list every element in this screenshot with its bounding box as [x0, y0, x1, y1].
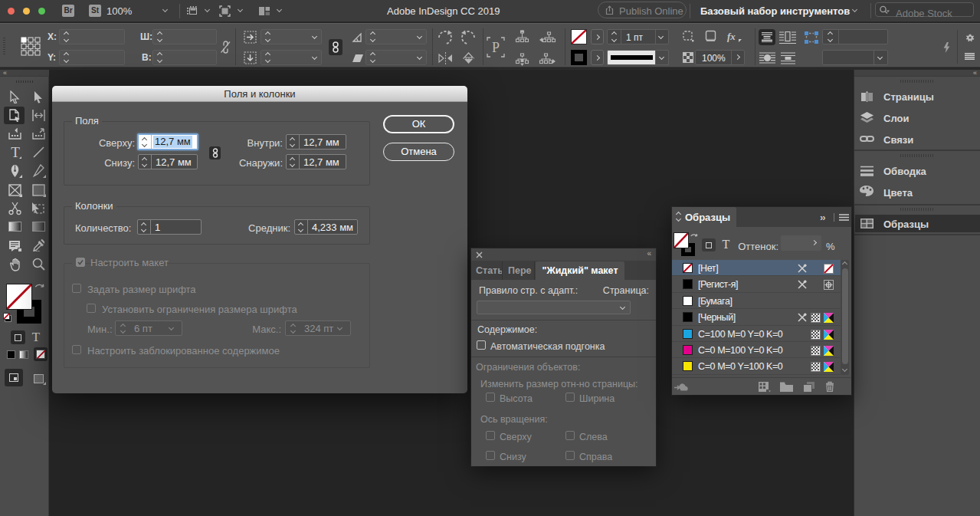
- svg-text:P: P: [492, 40, 500, 55]
